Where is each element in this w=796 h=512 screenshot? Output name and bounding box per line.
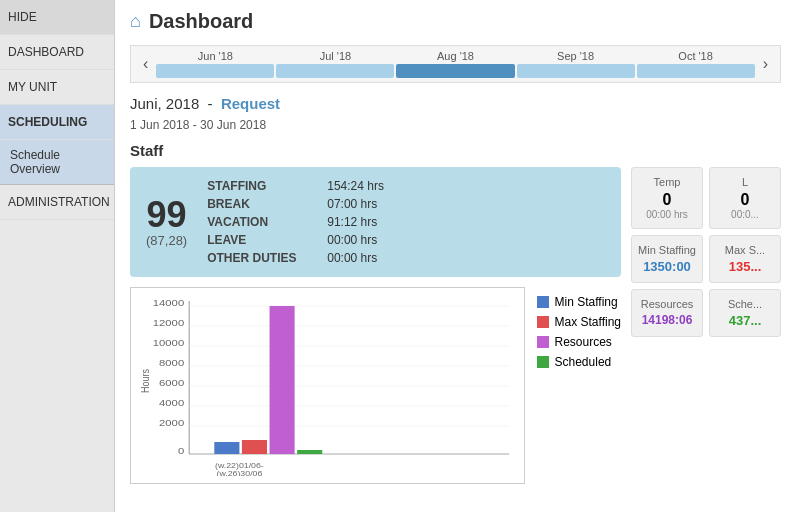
right-card-row3: Resources 14198:06 Sche... 437... xyxy=(631,289,781,337)
sidebar-item-scheduling[interactable]: SCHEDULING xyxy=(0,105,114,140)
legend-scheduled: Scheduled xyxy=(537,355,621,369)
legend-resources: Resources xyxy=(537,335,621,349)
sidebar-item-administration[interactable]: ADMINISTRATION xyxy=(0,185,114,220)
svg-text:6000: 6000 xyxy=(159,378,184,388)
card-min-staffing: Min Staffing 1350:00 xyxy=(631,235,703,283)
svg-text:8000: 8000 xyxy=(159,358,184,368)
stats-row-other-duties: OTHER DUTIES 00:00 hrs xyxy=(207,251,384,265)
legend-dot-min-staffing xyxy=(537,296,549,308)
chart-legend: Min Staffing Max Staffing Resources Sche… xyxy=(537,287,621,484)
stats-list: STAFFING 154:24 hrs BREAK 07:00 hrs VACA… xyxy=(207,179,384,265)
card-scheduled: Sche... 437... xyxy=(709,289,781,337)
home-icon: ⌂ xyxy=(130,11,141,32)
legend-min-staffing: Min Staffing xyxy=(537,295,621,309)
sidebar-item-hide[interactable]: HIDE xyxy=(0,0,114,35)
timeline: ‹ Jun '18 Jul '18 Aug '18 Sep '18 Oct '1… xyxy=(130,45,781,83)
svg-text:14000: 14000 xyxy=(153,298,185,308)
main-left: 99 (87,28) STAFFING 154:24 hrs BREAK 07:… xyxy=(130,167,621,484)
svg-rect-18 xyxy=(214,442,239,454)
stats-row-vacation: VACATION 91:12 hrs xyxy=(207,215,384,229)
big-number-block: 99 (87,28) xyxy=(146,197,187,248)
card-temp: Temp 0 00:00 hrs xyxy=(631,167,703,229)
sidebar-item-dashboard[interactable]: DASHBOARD xyxy=(0,35,114,70)
main-content-row: 99 (87,28) STAFFING 154:24 hrs BREAK 07:… xyxy=(130,167,781,484)
sidebar: HIDE DASHBOARD MY UNIT SCHEDULING Schedu… xyxy=(0,0,115,512)
staff-section-label: Staff xyxy=(130,142,781,159)
period-month: Juni, 2018 xyxy=(130,95,199,112)
svg-text:0: 0 xyxy=(178,446,185,456)
svg-text:10000: 10000 xyxy=(153,338,185,348)
stats-row-break: BREAK 07:00 hrs xyxy=(207,197,384,211)
card-max-staffing: Max S... 135... xyxy=(709,235,781,283)
timeline-next-arrow[interactable]: › xyxy=(759,55,772,73)
timeline-month-jul: Jul '18 xyxy=(276,50,394,78)
period-header: Juni, 2018 - Request xyxy=(130,95,781,112)
timeline-month-jun: Jun '18 xyxy=(156,50,274,78)
right-card-row2: Min Staffing 1350:00 Max S... 135... xyxy=(631,235,781,283)
main-content: ⌂ Dashboard ‹ Jun '18 Jul '18 Aug '18 Se… xyxy=(115,0,796,512)
legend-dot-resources xyxy=(537,336,549,348)
svg-text:12000: 12000 xyxy=(153,318,185,328)
svg-text:Hours: Hours xyxy=(139,369,151,393)
card-l: L 0 00:0... xyxy=(709,167,781,229)
big-number-sub: (87,28) xyxy=(146,233,187,248)
svg-text:(w.22)01/06-: (w.22)01/06- xyxy=(215,462,264,470)
chart-area: 14000 12000 10000 8000 6000 4000 2000 0 … xyxy=(130,287,525,484)
svg-text:4000: 4000 xyxy=(159,398,184,408)
stats-row-leave: LEAVE 00:00 hrs xyxy=(207,233,384,247)
stats-card: 99 (87,28) STAFFING 154:24 hrs BREAK 07:… xyxy=(130,167,621,277)
timeline-prev-arrow[interactable]: ‹ xyxy=(139,55,152,73)
svg-rect-21 xyxy=(297,450,322,454)
legend-dot-max-staffing xyxy=(537,316,549,328)
bar-chart: 14000 12000 10000 8000 6000 4000 2000 0 … xyxy=(139,296,516,476)
period-request-label: Request xyxy=(221,95,280,112)
timeline-month-sep: Sep '18 xyxy=(517,50,635,78)
big-number: 99 xyxy=(146,197,187,233)
svg-rect-19 xyxy=(242,440,267,454)
timeline-months: Jun '18 Jul '18 Aug '18 Sep '18 Oct '18 xyxy=(156,50,754,78)
card-resources: Resources 14198:06 xyxy=(631,289,703,337)
sidebar-item-my-unit[interactable]: MY UNIT xyxy=(0,70,114,105)
svg-text:2000: 2000 xyxy=(159,418,184,428)
timeline-month-oct: Oct '18 xyxy=(637,50,755,78)
page-title: Dashboard xyxy=(149,10,253,33)
legend-dot-scheduled xyxy=(537,356,549,368)
right-card-row1: Temp 0 00:00 hrs L 0 00:0... xyxy=(631,167,781,229)
legend-max-staffing: Max Staffing xyxy=(537,315,621,329)
svg-rect-20 xyxy=(270,306,295,454)
stats-row-staffing: STAFFING 154:24 hrs xyxy=(207,179,384,193)
right-cards: Temp 0 00:00 hrs L 0 00:0... Min Staffin… xyxy=(631,167,781,484)
svg-text:(w.26)30/06: (w.26)30/06 xyxy=(216,470,263,476)
timeline-month-aug: Aug '18 xyxy=(396,50,514,78)
sidebar-item-schedule-overview[interactable]: Schedule Overview xyxy=(0,140,114,185)
date-range: 1 Jun 2018 - 30 Jun 2018 xyxy=(130,118,781,132)
page-title-row: ⌂ Dashboard xyxy=(130,10,781,33)
chart-container: 14000 12000 10000 8000 6000 4000 2000 0 … xyxy=(130,287,621,484)
